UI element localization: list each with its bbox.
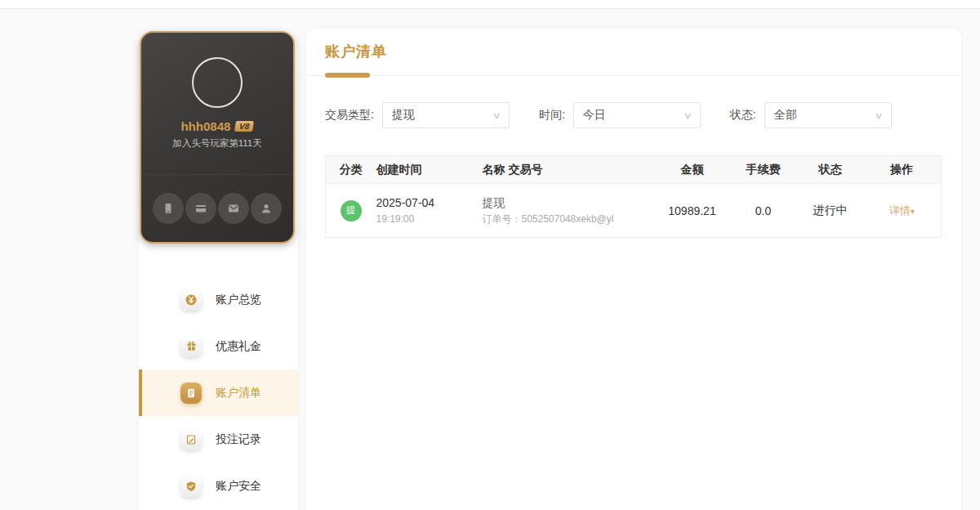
- sidebar-item-bet-records[interactable]: 投注记录: [139, 416, 298, 463]
- order-number: 订单号：5052507048xekb@yl: [483, 212, 656, 226]
- page-title: 账户清单: [325, 42, 961, 61]
- phone-icon[interactable]: [153, 193, 184, 224]
- sidebar-item-label: 账户清单: [216, 386, 261, 400]
- chevron-down-icon: ∨: [874, 110, 883, 121]
- sidebar-item-account-statement[interactable]: 账户清单: [139, 369, 298, 416]
- statement-table: 分类 创建时间 名称 交易号 金额 手续费 状态 操作 提 2025-07-04…: [325, 155, 942, 238]
- avatar: [192, 57, 243, 108]
- sidebar-nav: 账户总览 优惠礼金 账户清单 投注记录 账户安全: [139, 276, 298, 509]
- bet-record-icon: [180, 429, 202, 450]
- profile-icon[interactable]: [251, 193, 282, 224]
- gift-icon: [180, 336, 202, 357]
- main-content-panel: 账户清单 交易类型: 提现 ∨ 时间: 今日 ∨ 状态: 全部 ∨: [306, 29, 961, 510]
- status-select[interactable]: 全部 ∨: [764, 102, 892, 128]
- transaction-type-select[interactable]: 提现 ∨: [382, 102, 510, 128]
- user-profile-card: hhh0848 V8 加入头号玩家第111天: [140, 31, 295, 244]
- sidebar-item-account-overview[interactable]: 账户总览: [139, 276, 298, 323]
- join-days-text: 加入头号玩家第111天: [141, 137, 293, 150]
- filter-label: 交易类型:: [325, 108, 374, 123]
- header-status: 状态: [798, 156, 863, 184]
- created-date: 2025-07-04: [376, 195, 483, 211]
- status-value: 进行中: [813, 204, 848, 217]
- sidebar-item-label: 优惠礼金: [216, 339, 261, 354]
- header-fee: 手续费: [729, 156, 798, 184]
- filter-transaction-type: 交易类型: 提现 ∨: [325, 102, 510, 128]
- table-header-row: 分类 创建时间 名称 交易号 金额 手续费 状态 操作: [326, 156, 942, 184]
- details-link[interactable]: 详情▾: [889, 204, 915, 217]
- sidebar-item-account-security[interactable]: 账户安全: [139, 463, 298, 509]
- top-bar: [0, 0, 980, 9]
- header-amount: 金额: [656, 156, 729, 184]
- bank-card-icon[interactable]: [185, 193, 216, 224]
- filter-label: 状态:: [730, 108, 756, 123]
- created-time: 19:19:00: [376, 212, 483, 226]
- time-select[interactable]: 今日 ∨: [573, 102, 701, 128]
- filter-status: 状态: 全部 ∨: [730, 102, 892, 128]
- header-name-transaction: 名称 交易号: [483, 156, 656, 184]
- chevron-down-icon: ∨: [683, 110, 692, 121]
- filter-time: 时间: 今日 ∨: [539, 102, 701, 128]
- amount-value: 10989.21: [668, 204, 715, 217]
- header-category: 分类: [326, 156, 376, 184]
- header-action: 操作: [863, 156, 942, 184]
- shield-icon: [180, 476, 202, 497]
- header-created-time: 创建时间: [376, 156, 483, 184]
- mail-icon[interactable]: [218, 193, 249, 224]
- title-underline: [306, 73, 961, 78]
- vip-level-badge: V8: [234, 121, 254, 132]
- caret-down-icon: ▾: [911, 207, 915, 216]
- username: hhh0848: [180, 119, 230, 133]
- filter-bar: 交易类型: 提现 ∨ 时间: 今日 ∨ 状态: 全部 ∨: [325, 102, 961, 128]
- chevron-down-icon: ∨: [492, 110, 501, 121]
- fee-value: 0.0: [755, 204, 771, 217]
- sidebar-item-label: 账户安全: [216, 479, 261, 494]
- sidebar-item-label: 投注记录: [216, 432, 261, 447]
- transaction-name: 提现: [483, 195, 656, 211]
- statement-icon: [180, 382, 202, 404]
- withdraw-badge: 提: [341, 200, 362, 221]
- table-row: 提 2025-07-04 19:19:00 提现 订单号：5052507048x…: [326, 184, 942, 238]
- coin-icon: [180, 289, 202, 311]
- sidebar-item-label: 账户总览: [216, 293, 261, 307]
- sidebar-item-bonus[interactable]: 优惠礼金: [139, 323, 298, 369]
- filter-label: 时间:: [539, 108, 565, 123]
